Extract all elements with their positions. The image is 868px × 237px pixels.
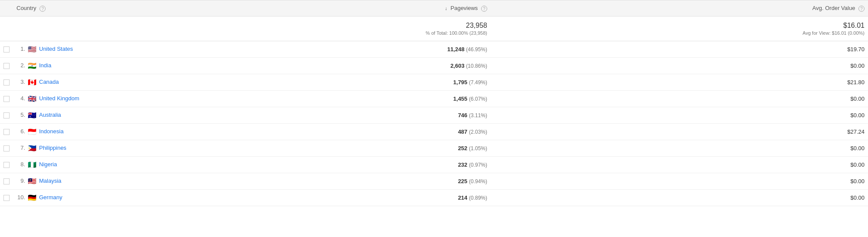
- country-name[interactable]: Germany: [39, 194, 62, 201]
- row-checkbox[interactable]: [3, 63, 10, 69]
- row-checkbox[interactable]: [3, 112, 10, 118]
- row-avg-order: $19.70: [847, 46, 865, 53]
- row-country-cell: 5.🇦🇺Australia: [13, 107, 291, 123]
- country-help-icon[interactable]: ?: [40, 6, 46, 12]
- row-pageviews-cell: 1,795 (7.49%): [291, 74, 491, 90]
- row-rank: 9.: [17, 178, 25, 184]
- country-name[interactable]: Australia: [39, 112, 61, 118]
- row-avg-order: $0.00: [850, 95, 865, 102]
- country-flag: 🇮🇩: [28, 128, 36, 136]
- row-pageviews-cell: 214 (0.89%): [291, 189, 491, 206]
- row-pageviews: 225: [458, 178, 468, 184]
- country-name[interactable]: United States: [39, 46, 73, 52]
- row-rank: 6.: [17, 128, 25, 135]
- row-checkbox-cell: [0, 123, 13, 140]
- row-pageviews-pct: (7.49%): [469, 79, 487, 86]
- row-pageviews-cell: 746 (3.11%): [291, 107, 491, 123]
- country-name[interactable]: United Kingdom: [39, 95, 79, 102]
- row-avg-order: $0.00: [850, 63, 865, 69]
- country-flag: 🇮🇳: [28, 62, 36, 70]
- table-row: 3.🇨🇦Canada1,795 (7.49%)$21.80: [0, 74, 868, 90]
- row-rank: 4.: [17, 95, 25, 102]
- row-country-cell: 3.🇨🇦Canada: [13, 74, 291, 90]
- country-header[interactable]: Country ?: [13, 0, 291, 16]
- country-name[interactable]: Malaysia: [39, 178, 61, 184]
- row-pageviews-pct: (2.03%): [469, 129, 487, 135]
- summary-row: 23,958 % of Total: 100.00% (23,958) $16.…: [0, 16, 868, 41]
- row-country-cell: 8.🇳🇬Nigeria: [13, 156, 291, 173]
- row-checkbox[interactable]: [3, 129, 10, 135]
- row-country-cell: 9.🇲🇾Malaysia: [13, 173, 291, 189]
- row-checkbox[interactable]: [3, 79, 10, 86]
- select-all-header: [0, 0, 13, 16]
- summary-avg-order-sub: Avg for View: $16.01 (0.00%): [494, 30, 865, 36]
- summary-country-cell: [13, 16, 291, 41]
- country-name[interactable]: Canada: [39, 79, 59, 85]
- table-row: 1.🇺🇸United States11,248 (46.95%)$19.70: [0, 41, 868, 57]
- row-checkbox[interactable]: [3, 46, 10, 53]
- row-pageviews-pct: (6.07%): [469, 96, 487, 102]
- country-flag: 🇳🇬: [28, 161, 36, 169]
- row-pageviews: 2,603: [450, 63, 465, 69]
- country-name[interactable]: Nigeria: [39, 161, 57, 168]
- country-name[interactable]: India: [39, 62, 51, 69]
- avg-order-help-icon[interactable]: ?: [858, 6, 865, 12]
- row-checkbox-cell: [0, 57, 13, 74]
- country-flag: 🇵🇭: [28, 144, 36, 152]
- row-rank: 1.: [17, 46, 25, 52]
- row-checkbox-cell: [0, 189, 13, 206]
- row-checkbox[interactable]: [3, 178, 10, 184]
- row-checkbox-cell: [0, 41, 13, 57]
- row-country-cell: 10.🇩🇪Germany: [13, 189, 291, 206]
- row-checkbox[interactable]: [3, 96, 10, 102]
- country-flag: 🇲🇾: [28, 177, 36, 185]
- row-avg-order-cell: $0.00: [491, 90, 868, 107]
- row-pageviews: 214: [458, 194, 468, 201]
- country-name[interactable]: Indonesia: [39, 128, 63, 135]
- row-checkbox-cell: [0, 74, 13, 90]
- row-checkbox[interactable]: [3, 145, 10, 151]
- summary-checkbox-cell: [0, 16, 13, 41]
- row-checkbox[interactable]: [3, 195, 10, 201]
- row-country-cell: 1.🇺🇸United States: [13, 41, 291, 57]
- row-avg-order-cell: $21.80: [491, 74, 868, 90]
- row-avg-order: $21.80: [847, 79, 865, 86]
- row-pageviews-cell: 252 (1.05%): [291, 140, 491, 156]
- pageviews-help-icon[interactable]: ?: [481, 6, 487, 12]
- country-flag: 🇬🇧: [28, 95, 36, 103]
- table-row: 7.🇵🇭Philippines252 (1.05%)$0.00: [0, 140, 868, 156]
- row-checkbox-cell: [0, 90, 13, 107]
- table-row: 6.🇮🇩Indonesia487 (2.03%)$27.24: [0, 123, 868, 140]
- row-rank: 3.: [17, 79, 25, 85]
- row-avg-order: $0.00: [850, 161, 865, 168]
- row-pageviews-pct: (0.94%): [469, 178, 487, 184]
- table-row: 2.🇮🇳India2,603 (10.86%)$0.00: [0, 57, 868, 74]
- row-avg-order-cell: $0.00: [491, 189, 868, 206]
- row-pageviews-cell: 225 (0.94%): [291, 173, 491, 189]
- country-flag: 🇨🇦: [28, 78, 36, 86]
- country-flag: 🇺🇸: [28, 45, 36, 53]
- row-pageviews: 252: [458, 145, 468, 151]
- avg-order-header[interactable]: Avg. Order Value ?: [491, 0, 868, 16]
- row-pageviews: 746: [458, 112, 468, 118]
- row-pageviews: 487: [458, 128, 468, 135]
- row-pageviews-cell: 232 (0.97%): [291, 156, 491, 173]
- table-row: 8.🇳🇬Nigeria232 (0.97%)$0.00: [0, 156, 868, 173]
- row-avg-order-cell: $0.00: [491, 107, 868, 123]
- table-row: 4.🇬🇧United Kingdom1,455 (6.07%)$0.00: [0, 90, 868, 107]
- row-pageviews-pct: (0.89%): [469, 195, 487, 201]
- country-name[interactable]: Philippines: [39, 145, 66, 151]
- row-avg-order-cell: $0.00: [491, 173, 868, 189]
- row-rank: 7.: [17, 145, 25, 151]
- row-country-cell: 2.🇮🇳India: [13, 57, 291, 74]
- row-pageviews: 1,455: [453, 95, 468, 102]
- row-country-cell: 4.🇬🇧United Kingdom: [13, 90, 291, 107]
- summary-pageviews-sub: % of Total: 100.00% (23,958): [294, 30, 487, 36]
- row-checkbox-cell: [0, 107, 13, 123]
- table-row: 9.🇲🇾Malaysia225 (0.94%)$0.00: [0, 173, 868, 189]
- pageviews-header[interactable]: ↓ Pageviews ?: [291, 0, 491, 16]
- row-checkbox[interactable]: [3, 162, 10, 168]
- row-pageviews-pct: (10.86%): [466, 63, 487, 69]
- row-avg-order-cell: $0.00: [491, 57, 868, 74]
- row-country-cell: 7.🇵🇭Philippines: [13, 140, 291, 156]
